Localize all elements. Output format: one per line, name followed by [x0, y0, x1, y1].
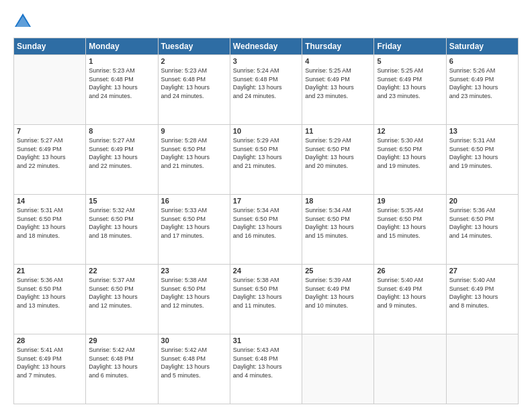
calendar-cell: 14Sunrise: 5:31 AMSunset: 6:50 PMDayligh…	[14, 195, 86, 265]
day-info: Sunrise: 5:34 AMSunset: 6:50 PMDaylight:…	[233, 206, 299, 240]
day-info: Sunrise: 5:42 AMSunset: 6:48 PMDaylight:…	[161, 346, 227, 379]
day-number: 27	[449, 267, 515, 275]
day-number: 8	[89, 127, 154, 135]
day-number: 25	[305, 267, 371, 275]
calendar-header-tuesday: Tuesday	[158, 38, 230, 55]
calendar-cell: 17Sunrise: 5:34 AMSunset: 6:50 PMDayligh…	[230, 195, 302, 265]
calendar-cell: 25Sunrise: 5:39 AMSunset: 6:49 PMDayligh…	[302, 265, 374, 334]
day-number: 11	[305, 127, 371, 135]
day-number: 26	[377, 267, 443, 275]
day-number: 20	[449, 197, 515, 205]
calendar-week-row: 28Sunrise: 5:41 AMSunset: 6:49 PMDayligh…	[14, 334, 519, 404]
day-info: Sunrise: 5:40 AMSunset: 6:49 PMDaylight:…	[377, 276, 443, 310]
calendar-header-saturday: Saturday	[446, 38, 518, 55]
calendar-cell: 2Sunrise: 5:23 AMSunset: 6:48 PMDaylight…	[158, 55, 230, 125]
calendar-week-row: 21Sunrise: 5:36 AMSunset: 6:50 PMDayligh…	[14, 265, 519, 334]
day-number: 21	[17, 267, 83, 275]
day-info: Sunrise: 5:33 AMSunset: 6:50 PMDaylight:…	[161, 206, 227, 240]
day-number: 5	[377, 57, 443, 65]
calendar-cell: 13Sunrise: 5:31 AMSunset: 6:50 PMDayligh…	[446, 125, 518, 195]
day-info: Sunrise: 5:25 AMSunset: 6:49 PMDaylight:…	[305, 66, 371, 100]
day-number: 30	[161, 336, 227, 345]
day-info: Sunrise: 5:42 AMSunset: 6:48 PMDaylight:…	[89, 346, 154, 379]
day-number: 9	[161, 127, 227, 135]
calendar-cell	[374, 334, 446, 404]
calendar-cell: 18Sunrise: 5:34 AMSunset: 6:50 PMDayligh…	[302, 195, 374, 265]
calendar-cell	[302, 334, 374, 404]
calendar-cell: 28Sunrise: 5:41 AMSunset: 6:49 PMDayligh…	[14, 334, 86, 404]
day-info: Sunrise: 5:25 AMSunset: 6:49 PMDaylight:…	[377, 66, 443, 100]
day-number: 29	[89, 336, 154, 345]
day-number: 19	[377, 197, 443, 205]
day-info: Sunrise: 5:36 AMSunset: 6:50 PMDaylight:…	[449, 206, 515, 240]
day-number: 12	[377, 127, 443, 135]
calendar-cell: 22Sunrise: 5:37 AMSunset: 6:50 PMDayligh…	[86, 265, 158, 334]
page: SundayMondayTuesdayWednesdayThursdayFrid…	[0, 0, 532, 411]
logo-icon	[13, 12, 32, 31]
calendar-cell: 31Sunrise: 5:43 AMSunset: 6:48 PMDayligh…	[230, 334, 302, 404]
calendar-cell: 20Sunrise: 5:36 AMSunset: 6:50 PMDayligh…	[446, 195, 518, 265]
day-info: Sunrise: 5:37 AMSunset: 6:50 PMDaylight:…	[89, 276, 154, 310]
day-info: Sunrise: 5:32 AMSunset: 6:50 PMDaylight:…	[89, 206, 154, 240]
calendar-header-friday: Friday	[374, 38, 446, 55]
calendar-cell: 19Sunrise: 5:35 AMSunset: 6:50 PMDayligh…	[374, 195, 446, 265]
calendar-week-row: 7Sunrise: 5:27 AMSunset: 6:49 PMDaylight…	[14, 125, 519, 195]
day-number: 23	[161, 267, 227, 275]
calendar-cell: 4Sunrise: 5:25 AMSunset: 6:49 PMDaylight…	[302, 55, 374, 125]
calendar-cell: 7Sunrise: 5:27 AMSunset: 6:49 PMDaylight…	[14, 125, 86, 195]
calendar-cell: 3Sunrise: 5:24 AMSunset: 6:48 PMDaylight…	[230, 55, 302, 125]
header	[13, 12, 519, 31]
day-info: Sunrise: 5:27 AMSunset: 6:49 PMDaylight:…	[89, 136, 154, 170]
calendar-cell: 24Sunrise: 5:38 AMSunset: 6:50 PMDayligh…	[230, 265, 302, 334]
day-info: Sunrise: 5:23 AMSunset: 6:48 PMDaylight:…	[89, 66, 154, 100]
calendar-week-row: 14Sunrise: 5:31 AMSunset: 6:50 PMDayligh…	[14, 195, 519, 265]
calendar-cell: 10Sunrise: 5:29 AMSunset: 6:50 PMDayligh…	[230, 125, 302, 195]
calendar-header-row: SundayMondayTuesdayWednesdayThursdayFrid…	[14, 38, 519, 55]
day-info: Sunrise: 5:24 AMSunset: 6:48 PMDaylight:…	[233, 66, 299, 100]
calendar-cell: 6Sunrise: 5:26 AMSunset: 6:49 PMDaylight…	[446, 55, 518, 125]
calendar-cell: 30Sunrise: 5:42 AMSunset: 6:48 PMDayligh…	[158, 334, 230, 404]
day-number: 13	[449, 127, 515, 135]
calendar-header-wednesday: Wednesday	[230, 38, 302, 55]
day-info: Sunrise: 5:34 AMSunset: 6:50 PMDaylight:…	[305, 206, 371, 240]
day-number: 6	[449, 57, 515, 65]
day-number: 22	[89, 267, 154, 275]
day-number: 3	[233, 57, 299, 65]
calendar-cell: 11Sunrise: 5:29 AMSunset: 6:50 PMDayligh…	[302, 125, 374, 195]
day-info: Sunrise: 5:31 AMSunset: 6:50 PMDaylight:…	[17, 206, 83, 240]
calendar-header-thursday: Thursday	[302, 38, 374, 55]
calendar-cell: 5Sunrise: 5:25 AMSunset: 6:49 PMDaylight…	[374, 55, 446, 125]
day-number: 4	[305, 57, 371, 65]
calendar-cell: 23Sunrise: 5:38 AMSunset: 6:50 PMDayligh…	[158, 265, 230, 334]
day-number: 16	[161, 197, 227, 205]
calendar-cell: 16Sunrise: 5:33 AMSunset: 6:50 PMDayligh…	[158, 195, 230, 265]
day-info: Sunrise: 5:29 AMSunset: 6:50 PMDaylight:…	[233, 136, 299, 170]
day-number: 17	[233, 197, 299, 205]
day-info: Sunrise: 5:35 AMSunset: 6:50 PMDaylight:…	[377, 206, 443, 240]
day-number: 31	[233, 336, 299, 345]
day-info: Sunrise: 5:27 AMSunset: 6:49 PMDaylight:…	[17, 136, 83, 170]
day-info: Sunrise: 5:23 AMSunset: 6:48 PMDaylight:…	[161, 66, 227, 100]
day-number: 15	[89, 197, 154, 205]
calendar-cell: 27Sunrise: 5:40 AMSunset: 6:49 PMDayligh…	[446, 265, 518, 334]
day-info: Sunrise: 5:41 AMSunset: 6:49 PMDaylight:…	[17, 346, 83, 379]
day-info: Sunrise: 5:26 AMSunset: 6:49 PMDaylight:…	[449, 66, 515, 100]
day-info: Sunrise: 5:29 AMSunset: 6:50 PMDaylight:…	[305, 136, 371, 170]
calendar-cell: 12Sunrise: 5:30 AMSunset: 6:50 PMDayligh…	[374, 125, 446, 195]
day-info: Sunrise: 5:38 AMSunset: 6:50 PMDaylight:…	[233, 276, 299, 310]
calendar-cell: 26Sunrise: 5:40 AMSunset: 6:49 PMDayligh…	[374, 265, 446, 334]
calendar-week-row: 1Sunrise: 5:23 AMSunset: 6:48 PMDaylight…	[14, 55, 519, 125]
day-info: Sunrise: 5:36 AMSunset: 6:50 PMDaylight:…	[17, 276, 83, 310]
day-number: 24	[233, 267, 299, 275]
calendar-cell: 1Sunrise: 5:23 AMSunset: 6:48 PMDaylight…	[86, 55, 158, 125]
calendar-cell: 15Sunrise: 5:32 AMSunset: 6:50 PMDayligh…	[86, 195, 158, 265]
day-number: 14	[17, 197, 83, 205]
calendar-header-monday: Monday	[86, 38, 158, 55]
day-number: 18	[305, 197, 371, 205]
day-info: Sunrise: 5:39 AMSunset: 6:49 PMDaylight:…	[305, 276, 371, 310]
day-info: Sunrise: 5:43 AMSunset: 6:48 PMDaylight:…	[233, 346, 299, 379]
logo	[13, 12, 35, 31]
calendar-header-sunday: Sunday	[14, 38, 86, 55]
calendar-cell: 21Sunrise: 5:36 AMSunset: 6:50 PMDayligh…	[14, 265, 86, 334]
calendar-cell	[446, 334, 518, 404]
